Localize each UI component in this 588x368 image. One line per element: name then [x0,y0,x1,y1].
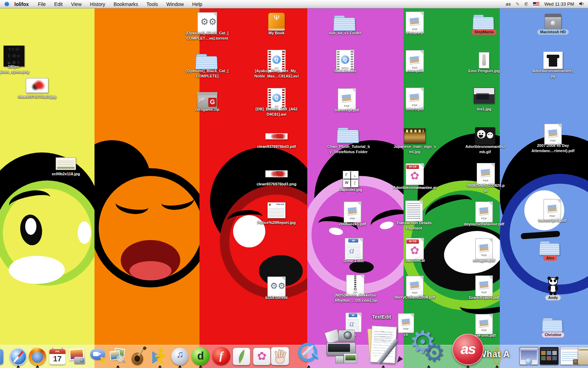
desktop-icon-macintosh-hd[interactable] [544,12,562,32]
desktop-icon-my-book[interactable]: Ψ [267,12,286,33]
desktop-icon-label-2008week1-pdf[interactable]: 2008week1.pdf [324,222,380,227]
menu-history[interactable]: History [86,1,110,7]
desktop-icon-ins1-jpg[interactable] [474,88,495,104]
desktop-icon-clean9376976bd3-pdf[interactable] [265,133,288,139]
desktop-icon-picture-1[interactable]: PDF [406,12,424,33]
desktop-icon-japtoilet-ai[interactable]: AI CS✿ [406,238,424,260]
desktop-icon-label-ins1-jpg[interactable]: ins1.jpg [456,107,512,112]
desktop-icon-christine-folder[interactable] [542,316,564,333]
desktop-icon-2008week1-pdf[interactable]: PDF [344,202,361,223]
desktop-icon-emo-penguin-jpg[interactable] [479,52,489,68]
desktop-icon-label-zerogame-zip[interactable]: zerogame.zip [179,107,235,112]
dock-item-minimized-gallery-window[interactable] [540,347,559,366]
desktop-icon-attendance-2007-2008-pdf[interactable]: PDF [544,124,562,145]
desktop-icon-label-emo-penguin-jpg[interactable]: Emo Penguin.jpg [456,68,512,74]
volume-icon[interactable] [579,1,584,7]
desktop-icon-label-bleach-avi[interactable]: [DB]_Bleach_159_[A62 D4C81].avi [248,107,304,117]
desktop-icon-police-report-jpg[interactable]: POLICE [267,202,286,218]
desktop-icon-label-b159-torrent[interactable]: b159.torrent [248,295,304,300]
phone-icon[interactable]: ✆ [524,1,528,7]
desktop-icon-label-picture-1[interactable]: Picture 1 [387,30,443,36]
desktop-icon-alex-folder[interactable] [539,240,561,257]
dock-item-minimized-buddylist-window[interactable] [560,347,579,366]
desktop-icon-clean9376976bd3-png[interactable] [265,170,288,177]
dock-item-ical[interactable]: JUL17 [48,348,66,366]
desktop-icon-label-alex-folder[interactable]: Alex [522,255,578,261]
desktop-icon-label-sub-kit-v1-folder[interactable]: sub_kit_v1 Folder [317,30,373,36]
dock-item-image-capture[interactable] [323,327,363,366]
desktop-icon-clean9376976bd3-jpg[interactable] [26,78,48,93]
desktop-icon-label-horrycoband2008-pdf[interactable]: HorryCoBand2008.pdf [387,295,443,300]
desktop-icon-label-doyourselfafavour-pdf[interactable]: doyourselfafavour.pdf [456,222,512,227]
desktop-icon-b159-torrent[interactable]: ⚙⚙ [267,277,286,297]
desktop-icon-adoriblesnowmanthumb-gif[interactable] [475,127,495,145]
dock-item-gears-app[interactable]: ⚙⚙ [409,327,448,366]
dock-item-ichat[interactable] [90,348,108,366]
desktop-icon-adoriblesnowmantee-ai[interactable]: AI CS✿ [406,163,424,185]
desktop-icon-done-1-doc[interactable]: Wa [345,238,363,260]
dock-item-illustrator[interactable]: ✿ [252,347,271,366]
desktop-icon-transaction-details[interactable] [405,200,423,222]
desktop-icon-totoro-pdf[interactable]: PDF [406,88,424,109]
desktop-icon-horrycoband2008-pdf[interactable]: PDF [406,276,424,297]
menu-bookmarks[interactable]: Bookmarks [110,1,142,7]
dock-item-preview[interactable] [109,348,127,366]
desktop-icon-label-japtoilet-jpg[interactable]: Japtoilet.jpg [323,187,379,192]
menu-file[interactable]: File [34,1,50,7]
desktop-icon-label-japanese-train-sign-jpg[interactable]: Japanese_train_sign_s ml.jpg [387,144,443,155]
desktop-icon-label-attendance-2007-2008-pdf[interactable]: 2007-2008 45 Day Attendanc…rtment).pdf [525,143,581,154]
desktop-icon-doyourselfafavour-pdf[interactable]: PDF [475,202,493,223]
pencil-icon[interactable]: ✎ [516,1,519,7]
desktop-icon-label-clean9376976bd3-png[interactable]: clean9376976bd3.png [248,182,304,187]
desktop-icon-chao-plush-folder[interactable] [337,126,360,144]
dock-item-minimized-safari-window[interactable] [519,347,538,366]
desktop-icon-label-oyasumi-torrent[interactable]: [Oyasumi]_Black_Cat_[ COMPLET…va].torren… [179,30,235,41]
desktop-icon-transcript-pdf[interactable]: PDF [338,88,356,110]
desktop-icon-label-macintosh-hd[interactable]: Macintosh HD [525,29,581,35]
desktop-icon-label-adoriblesnowmantee-jpg[interactable]: Adoriblesnowmantee.j pg [525,68,581,79]
desktop-icon-japanese-train-sign-jpg[interactable] [404,128,426,144]
dock-item-photoshop[interactable] [232,347,251,366]
desktop-icon-edragon-pdf[interactable]: PDF [475,238,493,259]
desktop-icon-label-clean9376976bd3-pdf[interactable]: clean9376976bd3.pdf [248,144,304,149]
dock-item-aim[interactable] [150,347,169,366]
dock-item-dreamweaver[interactable]: d [191,346,210,366]
desktop-icon-label-my-book[interactable]: My Book [248,30,304,36]
dock-item-safari[interactable] [9,348,27,366]
desktop-icon-label-police-report-jpg[interactable]: Police%20Report.jpg [248,220,304,225]
desktop-icon-label-000825405-200820-pdf[interactable]: 000825405_200820.p df [458,183,514,193]
desktop-icon-religious-syms-png[interactable]: ✝✡ॐ☪✠א☯☸☥ [4,46,24,67]
dock-item-gold-charm[interactable] [487,346,507,366]
dock-item-firefox[interactable] [28,348,47,366]
desktop-icon-label-gradereport-pdf[interactable]: GradeReport.pdf [456,295,512,300]
desktop-icon-andy-panda[interactable] [545,277,561,297]
desktop-icon-japtoilet-jpg[interactable]: Ꮁ⌞Ꮃ⌠ [343,171,359,188]
desktop-icon-000825405-200820-pdf[interactable]: PDF [477,163,495,185]
menu-edit[interactable]: Edit [50,1,67,7]
desktop-icon-label-edragon-pdf[interactable]: edragon.pdf [456,258,512,263]
desktop-icon-label-christine-folder[interactable]: Christine [525,332,581,338]
active-app-name[interactable]: lolifox [12,1,34,7]
dock-item-freehand[interactable] [270,346,290,366]
desktop-icon-sub-kit-v1-folder[interactable] [334,14,357,32]
desktop-icon-label-andy-panda[interactable]: Andy [525,295,581,300]
desktop-icon-label-adoriblesnowmanthumb-gif[interactable]: Adoriblesnowmanthu mb.gif [457,144,513,155]
menu-clock[interactable]: Wed 11:33 PM [544,1,574,7]
desktop-icon-label-sc00b2e118-jpg[interactable]: sc00b2e118.jpg [38,171,94,177]
desktop-icon-label-religious-syms-png[interactable]: 180px- gious_syms.png [0,64,42,75]
apple-menu-icon[interactable] [0,0,12,8]
desktop-icon-label-totoro-pdf[interactable]: totoro.pdf [387,107,443,112]
lastfm-menu-icon[interactable]: as [506,1,511,7]
dock-item-minimized-partial-window[interactable] [578,347,588,366]
desktop-icon-label-japtoilet-ai[interactable]: Japtoilet.ai [387,258,443,263]
desktop-icon-aseform-pdf[interactable]: PDF [475,314,493,334]
menu-tools[interactable]: Tools [142,1,162,7]
desktop-icon-label-transcript-pdf[interactable]: transcript.pdf [319,108,375,113]
desktop-icon-label-chao-plush-folder[interactable]: Chao_Plush_Tutorial_b y_VesteNotus Folde… [321,144,377,155]
dock-item-lastfm[interactable]: as [451,333,484,366]
desktop-icon-adoriblesnowmantee-jpg[interactable] [543,52,563,69]
menu-help[interactable]: Help [188,1,206,7]
desktop-icon-label-transcript-1-pdf[interactable]: transcript-1.pdf [524,218,580,223]
desktop-icon-sc00b2e118-jpg[interactable] [56,157,76,170]
us-flag-icon[interactable] [533,2,539,6]
